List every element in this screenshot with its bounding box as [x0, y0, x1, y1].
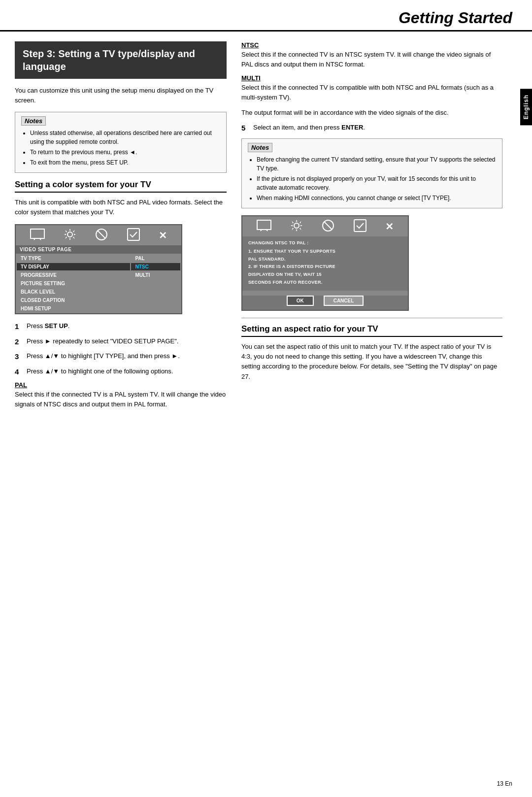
step-number: 1 — [15, 321, 24, 332]
dialog-buttons: OK CANCEL — [242, 296, 408, 310]
notes-label-1: Notes — [21, 116, 46, 126]
notes-list-2: Before changing the current TV standard … — [248, 155, 496, 202]
svg-rect-0 — [31, 229, 44, 238]
note-item: Unless stated otherwise, all operations … — [30, 129, 220, 146]
ok-button[interactable]: OK — [287, 296, 314, 306]
gear-icon-2 — [290, 219, 303, 233]
close-icon-2: ✕ — [385, 221, 394, 232]
color-intro-text: This unit is compatible with both NTSC a… — [15, 198, 227, 217]
table-cell-value — [131, 280, 180, 287]
svg-line-12 — [324, 222, 332, 230]
note-item: To return to the previous menu, press ◄. — [30, 148, 220, 157]
svg-point-3 — [67, 232, 72, 237]
svg-point-10 — [294, 223, 299, 228]
multi-text-1: Select this if the connected TV is compa… — [241, 83, 502, 102]
note-item: When making HDMI connections, you cannot… — [257, 194, 496, 202]
ntsc-pal-dialog-screenshot: ✕ CHANGING NTSC TO PAL : 1. ENSURE THAT … — [241, 215, 409, 311]
step-text: Press ▲/▼ to highlight one of the follow… — [27, 366, 173, 378]
table-row: CLOSED CAPTION — [17, 297, 180, 304]
table-row: PICTURE SETTING — [17, 280, 180, 287]
step-number: 5 — [241, 123, 250, 134]
page-title: Getting Started — [20, 9, 512, 27]
table-row: BLACK LEVEL — [17, 288, 180, 296]
step-4: 4 Press ▲/▼ to highlight one of the foll… — [15, 366, 227, 378]
table-cell-label: CLOSED CAPTION — [17, 297, 130, 304]
aspect-section-heading: Setting an aspect ratio for your TV — [241, 324, 502, 337]
prohibited-icon-2 — [322, 219, 334, 233]
table-cell-label: TV DISPLAY — [17, 263, 130, 270]
left-column: Step 3: Setting a TV type/display and la… — [15, 41, 227, 415]
tv-setup-topbar: ✕ — [16, 225, 181, 245]
table-cell-label: TV TYPE — [17, 255, 130, 262]
step-text: Press ▲/▼ to highlight [TV TYPE], and th… — [27, 351, 180, 363]
tv-icon-2 — [257, 220, 271, 233]
table-cell-label: BLACK LEVEL — [17, 288, 130, 296]
step-text: Press ► repeatedly to select "VIDEO SETU… — [27, 336, 178, 348]
section-divider — [241, 318, 502, 318]
table-cell-value: NTSC — [131, 263, 180, 270]
step-heading-box: Step 3: Setting a TV type/display and la… — [15, 41, 227, 79]
dialog-line-4: DISPLAYED ON THE TV, WAIT 15 — [248, 271, 402, 278]
notes-box-1: Notes Unless stated otherwise, all opera… — [15, 112, 227, 173]
intro-text: You can customize this unit using the se… — [15, 86, 227, 105]
cancel-button[interactable]: CANCEL — [324, 296, 364, 306]
table-row: HDMI SETUP — [17, 305, 180, 312]
table-cell-value — [131, 288, 180, 296]
step-text: Press SET UP. — [27, 321, 69, 332]
svg-rect-7 — [257, 220, 271, 230]
step-number: 4 — [15, 366, 24, 378]
note-item: Before changing the current TV standard … — [257, 155, 496, 173]
aspect-text: You can set the aspect ratio of this uni… — [241, 342, 502, 382]
table-cell-label: HDMI SETUP — [17, 305, 130, 312]
dialog-line-3: 2. IF THERE IS A DISTORTED PICTURE — [248, 264, 402, 270]
dialog-title: CHANGING NTSC TO PAL : — [248, 240, 402, 245]
dialog-content: CHANGING NTSC TO PAL : 1. ENSURE THAT YO… — [242, 236, 408, 291]
tv-setup-screenshot: ✕ VIDEO SETUP PAGE TV TYPE PAL TV DISPLA… — [15, 224, 182, 314]
table-cell-value: MULTI — [131, 271, 180, 279]
gear-icon — [64, 228, 76, 242]
table-row: PROGRESSIVE MULTI — [17, 271, 180, 279]
page-number: 13 En — [497, 780, 512, 787]
dialog-line-1: 1. ENSURE THAT YOUR TV SUPPORTS — [248, 248, 402, 255]
table-row-highlight: TV DISPLAY NTSC — [17, 263, 180, 270]
dialog-line-2: PAL STANDARD. — [248, 256, 402, 263]
note-item: If the picture is not displayed properly… — [257, 174, 496, 192]
dialog-line-5: SECONDS FOR AUTO RECOVER. — [248, 279, 402, 286]
step-3: 3 Press ▲/▼ to highlight [TV TYPE], and … — [15, 351, 227, 363]
step-heading-text: Step 3: Setting a TV type/display and la… — [23, 47, 219, 73]
main-content: Step 3: Setting a TV type/display and la… — [0, 32, 532, 425]
step-text: Select an item, and then press ENTER. — [253, 123, 365, 134]
multi-text-2: The output format will be in accordance … — [241, 108, 502, 118]
pal-label: PAL — [15, 381, 227, 389]
check-icon-2 — [354, 219, 366, 233]
pal-text: Select this if the connected TV is a PAL… — [15, 390, 227, 409]
svg-line-5 — [98, 231, 105, 238]
table-cell-label: PROGRESSIVE — [17, 271, 130, 279]
ntsc-text: Select this if the connected TV is an NT… — [241, 50, 502, 69]
color-section-heading: Setting a color system for your TV — [15, 180, 227, 193]
notes-list-1: Unless stated otherwise, all operations … — [21, 129, 220, 167]
english-tab: English — [520, 89, 532, 125]
check-icon — [127, 228, 140, 242]
step-1: 1 Press SET UP. — [15, 321, 227, 332]
multi-label: MULTI — [241, 74, 502, 82]
dialog-topbar: ✕ — [242, 216, 408, 236]
ntsc-label: NTSC — [241, 41, 502, 49]
svg-rect-6 — [128, 229, 139, 240]
table-cell-value — [131, 305, 180, 312]
page-header: Getting Started — [0, 0, 532, 32]
notes-label-2: Notes — [248, 143, 272, 152]
note-item: To exit from the menu, press SET UP. — [30, 158, 220, 167]
tv-icon — [30, 229, 45, 242]
table-cell-label: PICTURE SETTING — [17, 280, 130, 287]
right-column: NTSC Select this if the connected TV is … — [241, 41, 512, 415]
svg-rect-13 — [354, 220, 366, 232]
close-icon: ✕ — [159, 230, 167, 241]
step-5: 5 Select an item, and then press ENTER. — [241, 123, 502, 134]
step-2: 2 Press ► repeatedly to select "VIDEO SE… — [15, 336, 227, 348]
step-number: 3 — [15, 351, 24, 363]
table-cell-value — [131, 297, 180, 304]
tv-setup-menu-title: VIDEO SETUP PAGE — [16, 245, 181, 254]
notes-box-2: Notes Before changing the current TV sta… — [241, 138, 502, 208]
step-number: 2 — [15, 336, 24, 348]
